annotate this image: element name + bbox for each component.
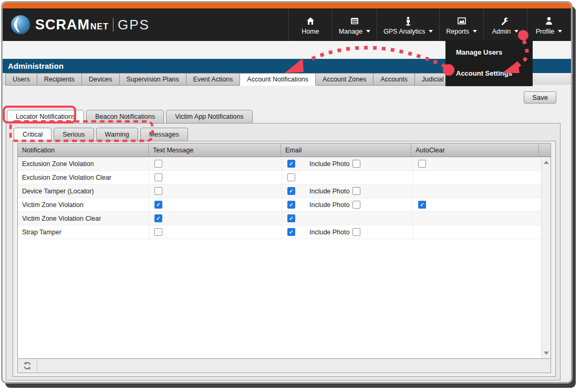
text-message-cell: ✓ [149,198,282,211]
brand-divider [113,18,113,32]
checkbox[interactable]: ✓ [154,201,162,209]
grid-header: Notification Text Message Email AutoClea… [18,143,551,157]
notification-name: Exclusion Zone Violation Clear [18,171,149,184]
column-header-notification: Notification [18,143,149,157]
table-row: Exclusion Zone Violation✓Include Photo [18,157,551,171]
brand-gps: GPS [118,17,150,33]
checkbox[interactable]: ✓ [287,187,295,195]
table-row: Device Tamper (Locator)✓Include Photo [18,184,551,198]
text-message-cell: ✓ [149,212,282,225]
menu-item-manage-users[interactable]: Manage Users [445,42,533,63]
tab-account-notifications[interactable]: Account Notifications [240,73,316,86]
text-message-cell [149,157,282,170]
text-message-cell [149,171,282,184]
autoclear-cell [413,157,541,170]
brand-net: NET [90,22,109,32]
profile-icon [544,16,554,26]
checkbox[interactable] [352,187,360,195]
include-photo-label: Include Photo [309,229,349,236]
scramnet-globe-icon [11,15,30,34]
chevron-down-icon [473,30,477,33]
tab-critical[interactable]: Critical [14,128,51,141]
nav-home-label: Home [302,28,319,35]
tab-users[interactable]: Users [5,73,37,86]
tab-account-zones[interactable]: Account Zones [315,73,374,86]
checkbox[interactable] [352,228,360,236]
tab-serious[interactable]: Serious [54,128,94,141]
vertical-scrollbar[interactable] [541,157,551,358]
autoclear-cell [413,225,541,239]
tab-supervision-plans[interactable]: Supervision Plans [119,73,186,86]
checkbox[interactable]: ✓ [287,201,295,209]
tab-event-actions[interactable]: Event Actions [186,73,241,86]
nav-manage[interactable]: Manage [332,8,377,41]
notification-name: Device Tamper (Locator) [18,184,149,198]
nav-profile[interactable]: Profile [527,8,571,41]
tab-warning[interactable]: Warning [96,128,138,141]
nav-gps-analytics[interactable]: GPS Analytics [377,8,439,41]
nav-home[interactable]: Home [288,8,332,41]
text-message-cell [149,225,282,239]
notification-name: Victim Zone Violation [18,198,149,211]
checkbox[interactable]: ✓ [154,214,162,222]
refresh-icon [23,361,32,370]
chevron-down-icon [514,30,518,33]
checkbox[interactable] [418,160,426,168]
notification-type-panel-body: Critical Serious Warning Messages Notifi… [6,123,561,380]
checkbox[interactable] [154,160,162,168]
checkbox[interactable]: ✓ [287,160,295,168]
content-area: Save Locator Notifications Beacon Notifi… [3,86,571,383]
checkbox[interactable] [352,201,360,209]
manage-icon [349,16,360,26]
tab-victim-app-notifications[interactable]: Victim App Notifications [166,110,252,123]
brand-scram: SCRAM [35,17,90,33]
brand-logo: SCRAM NET GPS [3,8,150,41]
checkbox[interactable]: ✓ [287,214,295,222]
checkbox[interactable]: ✓ [287,228,295,236]
chevron-down-icon [429,30,433,33]
tab-accounts[interactable]: Accounts [373,73,414,86]
nav-reports[interactable]: Reports [439,8,483,41]
severity-panel: Critical Serious Warning Messages Notifi… [13,128,556,377]
accent-top-bar [3,3,571,8]
checkbox[interactable] [154,228,162,236]
notification-name: Victim Zone Violation Clear [18,212,149,225]
grid-footer [18,358,551,373]
severity-panel-body: Notification Text Message Email AutoClea… [13,141,556,377]
tab-devices[interactable]: Devices [81,73,119,86]
nav-profile-label: Profile [536,28,554,35]
scroll-up-arrow-icon[interactable] [544,161,549,164]
nav-admin[interactable]: Admin [483,8,527,41]
tab-locator-notifications[interactable]: Locator Notifications [7,110,84,123]
nav-reports-label: Reports [446,28,469,35]
admin-icon [500,16,511,26]
gps-analytics-icon [403,16,413,26]
save-button[interactable]: Save [524,91,556,104]
tab-beacon-notifications[interactable]: Beacon Notifications [86,110,164,123]
include-photo-label: Include Photo [309,188,349,195]
tab-recipients[interactable]: Recipients [37,73,82,86]
checkbox[interactable] [287,173,295,181]
email-cell: ✓Include Photo [282,225,413,239]
include-photo-label: Include Photo [309,160,349,168]
brand-wordmark: SCRAM NET GPS [35,17,150,33]
table-row: Strap Tamper✓Include Photo [18,225,551,239]
table-row: Victim Zone Violation✓✓Include Photo✓ [18,198,551,212]
checkbox[interactable] [352,160,360,168]
menu-item-account-settings[interactable]: Account Settings [445,63,533,84]
scroll-down-arrow-icon[interactable] [544,352,549,355]
email-cell [282,171,413,184]
checkbox[interactable]: ✓ [418,201,426,209]
refresh-button[interactable] [18,359,37,373]
app-window: SCRAM NET GPS Home Manage [1,1,573,384]
email-cell: ✓Include Photo [282,157,413,170]
nav-admin-label: Admin [492,28,511,35]
column-header-scroll-stub [539,143,551,157]
checkbox[interactable] [154,187,162,195]
main-nav: Home Manage GPS Analytics [288,8,571,41]
nav-manage-label: Manage [339,28,362,35]
email-cell: ✓ [282,212,413,225]
table-row: Exclusion Zone Violation Clear [18,171,551,184]
tab-messages[interactable]: Messages [140,128,188,141]
checkbox[interactable] [154,173,162,181]
